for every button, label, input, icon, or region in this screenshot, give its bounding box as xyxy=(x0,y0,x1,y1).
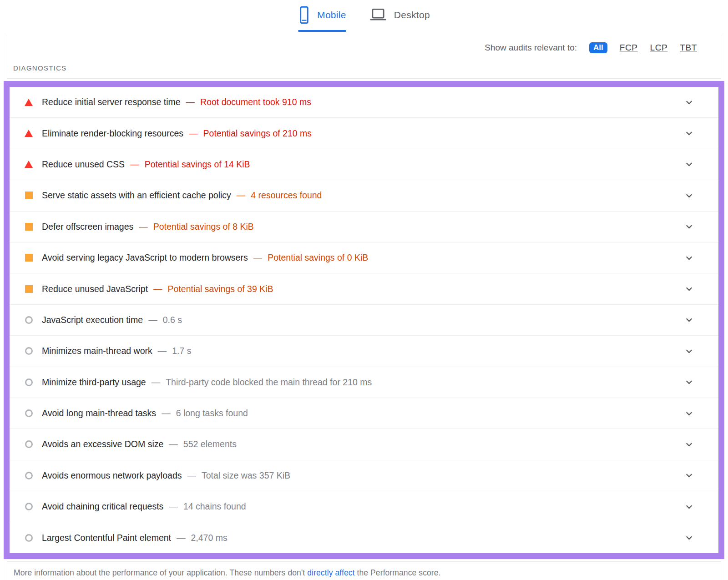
section-divider xyxy=(7,78,721,79)
chevron-down-icon[interactable] xyxy=(684,470,694,481)
audit-title: Avoid chaining critical requests xyxy=(42,501,163,512)
fail-triangle-icon xyxy=(23,130,34,137)
audit-row[interactable]: Avoids enormous network payloads—Total s… xyxy=(10,460,718,491)
chevron-down-icon[interactable] xyxy=(684,252,694,263)
audit-row[interactable]: Largest Contentful Paint element—2,470 m… xyxy=(10,522,718,553)
tab-desktop-label: Desktop xyxy=(394,10,430,20)
audit-detail: 4 resources found xyxy=(251,190,322,201)
audit-row[interactable]: Avoid serving legacy JavaScript to moder… xyxy=(10,242,718,273)
chevron-down-icon[interactable] xyxy=(684,377,694,388)
audit-separator: — xyxy=(253,252,263,263)
audit-row[interactable]: Avoids an excessive DOM size—552 element… xyxy=(10,429,718,460)
audit-title: Reduce unused CSS xyxy=(42,159,125,170)
diagnostics-panel-highlight: Reduce initial server response time—Root… xyxy=(4,81,724,559)
audit-detail: 14 chains found xyxy=(183,501,246,512)
audit-separator: — xyxy=(169,501,178,512)
audit-row[interactable]: JavaScript execution time—0.6 s xyxy=(10,305,718,336)
audit-title: Eliminate render-blocking resources xyxy=(42,128,183,139)
audit-title: Reduce unused JavaScript xyxy=(42,284,148,294)
warning-square-icon xyxy=(23,285,34,293)
neutral-circle-icon xyxy=(23,378,34,386)
chevron-down-icon[interactable] xyxy=(684,159,694,170)
audit-title: Avoids an excessive DOM size xyxy=(42,439,163,449)
warning-square-icon xyxy=(23,223,34,231)
audit-separator: — xyxy=(186,97,195,107)
chevron-down-icon[interactable] xyxy=(684,97,694,107)
audit-row[interactable]: Avoid chaining critical requests—14 chai… xyxy=(10,491,718,522)
filter-label: Show audits relevant to: xyxy=(485,43,577,53)
filter-option-lcp[interactable]: LCP xyxy=(650,43,668,53)
chevron-down-icon[interactable] xyxy=(684,408,694,419)
audit-detail: Potential savings of 210 ms xyxy=(203,128,312,139)
audit-detail: 2,470 ms xyxy=(191,533,228,543)
audit-row[interactable]: Minimize third-party usage—Third-party c… xyxy=(10,367,718,398)
audit-separator: — xyxy=(162,408,171,419)
audit-row[interactable]: Eliminate render-blocking resources—Pote… xyxy=(10,118,718,149)
tab-mobile-label: Mobile xyxy=(317,10,346,20)
neutral-circle-icon xyxy=(23,347,34,355)
device-tabs: Mobile Desktop xyxy=(0,0,728,35)
chevron-down-icon[interactable] xyxy=(684,190,694,201)
chevron-down-icon[interactable] xyxy=(684,222,694,232)
mobile-phone-icon xyxy=(298,6,310,24)
neutral-circle-icon xyxy=(23,440,34,448)
audit-title: Reduce initial server response time xyxy=(42,97,181,107)
chevron-down-icon[interactable] xyxy=(684,501,694,512)
audit-detail: Third-party code blocked the main thread… xyxy=(166,377,372,388)
audit-separator: — xyxy=(158,346,167,356)
audit-detail: Root document took 910 ms xyxy=(200,97,311,107)
audit-separator: — xyxy=(169,439,178,449)
neutral-circle-icon xyxy=(23,316,34,324)
footer-note: More information about the performance o… xyxy=(14,568,721,578)
audit-detail: Potential savings of 0 KiB xyxy=(268,252,368,263)
pagespeed-report: Mobile Desktop Show audits relevant to: … xyxy=(0,0,728,580)
audit-row[interactable]: Serve static assets with an efficient ca… xyxy=(10,180,718,211)
chevron-down-icon[interactable] xyxy=(684,439,694,449)
chevron-down-icon[interactable] xyxy=(684,128,694,139)
diagnostics-section-title: DIAGNOSTICS xyxy=(13,64,721,72)
audit-detail: Total size was 357 KiB xyxy=(202,470,290,481)
filter-option-all[interactable]: All xyxy=(589,42,607,53)
neutral-circle-icon xyxy=(23,409,34,417)
audit-row[interactable]: Reduce initial server response time—Root… xyxy=(10,87,718,118)
tab-desktop[interactable]: Desktop xyxy=(369,5,430,32)
audit-row[interactable]: Defer offscreen images—Potential savings… xyxy=(10,212,718,242)
audit-row[interactable]: Minimizes main-thread work—1.7 s xyxy=(10,336,718,367)
audit-title: Minimize third-party usage xyxy=(42,377,146,388)
audit-detail: Potential savings of 8 KiB xyxy=(153,222,254,232)
audit-filter-bar: Show audits relevant to: All FCP LCP TBT xyxy=(7,35,721,53)
audit-detail: 0.6 s xyxy=(163,315,182,325)
directly-affect-link[interactable]: directly affect xyxy=(307,568,354,577)
audit-title: Serve static assets with an efficient ca… xyxy=(42,190,231,201)
audit-detail: Potential savings of 39 KiB xyxy=(168,284,273,294)
neutral-circle-icon xyxy=(23,503,34,510)
warning-square-icon xyxy=(23,254,34,262)
footer-divider xyxy=(7,561,721,562)
audit-title: Avoid serving legacy JavaScript to moder… xyxy=(42,252,248,263)
audit-row[interactable]: Reduce unused CSS—Potential savings of 1… xyxy=(10,149,718,180)
filter-option-tbt[interactable]: TBT xyxy=(680,43,697,53)
audit-detail: Potential savings of 14 KiB xyxy=(145,159,250,170)
audit-separator: — xyxy=(130,159,139,170)
chevron-down-icon[interactable] xyxy=(684,533,694,543)
footer-text-after: the Performance score. xyxy=(355,568,441,577)
tab-mobile[interactable]: Mobile xyxy=(298,5,346,32)
chevron-down-icon[interactable] xyxy=(684,284,694,294)
audit-row[interactable]: Avoid long main-thread tasks—6 long task… xyxy=(10,398,718,429)
audit-row[interactable]: Reduce unused JavaScript—Potential savin… xyxy=(10,273,718,304)
audit-separator: — xyxy=(153,284,162,294)
audit-separator: — xyxy=(148,315,157,325)
filter-option-fcp[interactable]: FCP xyxy=(620,43,638,53)
audit-title: Defer offscreen images xyxy=(42,222,133,232)
audit-separator: — xyxy=(237,190,246,201)
audit-separator: — xyxy=(139,222,148,232)
report-content: Show audits relevant to: All FCP LCP TBT… xyxy=(7,35,721,580)
warning-square-icon xyxy=(23,192,34,199)
audit-separator: — xyxy=(177,533,186,543)
audit-separator: — xyxy=(189,128,198,139)
fail-triangle-icon xyxy=(23,161,34,168)
chevron-down-icon[interactable] xyxy=(684,315,694,325)
audit-separator: — xyxy=(152,377,161,388)
audit-detail: 1.7 s xyxy=(172,346,191,356)
chevron-down-icon[interactable] xyxy=(684,346,694,356)
